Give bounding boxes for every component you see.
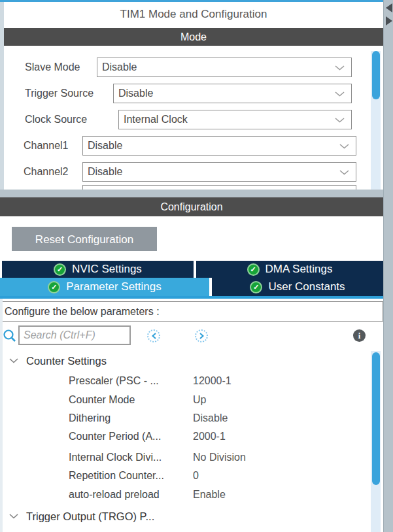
reset-configuration-button[interactable]: Reset Configuration (12, 227, 157, 251)
collapse-left-icon[interactable] (386, 3, 392, 12)
tab-nvic-settings[interactable]: NVIC Settings (2, 261, 194, 278)
chevron-left-icon (152, 333, 156, 339)
clock-source-label: Clock Source (25, 110, 87, 129)
slave-mode-label: Slave Mode (25, 58, 80, 77)
mode-scrollbar-thumb[interactable] (372, 51, 380, 99)
trigger-source-select[interactable]: Disable (113, 84, 352, 103)
chevron-down-icon (335, 65, 345, 71)
tim1-mode-configuration-panel: TIM1 Mode and Configuration Mode Slave M… (0, 0, 393, 532)
channel1-label: Channel1 (24, 136, 69, 156)
section-divider-gap (0, 190, 383, 197)
param-row-clock-division[interactable]: Internal Clock Divi... No Division (0, 448, 366, 467)
param-row-counter-period[interactable]: Counter Period (A... 2000-1 (0, 427, 366, 446)
chevron-down-icon[interactable] (9, 514, 18, 519)
active-tab-underline (0, 296, 383, 299)
configuration-section-header: Configuration (0, 197, 383, 216)
panel-title: TIM1 Mode and Configuration (4, 5, 383, 24)
param-row-counter-mode[interactable]: Counter Mode Up (0, 391, 366, 409)
search-icon (3, 329, 17, 343)
tab-parameter-settings[interactable]: Parameter Settings (0, 278, 209, 296)
next-match-button[interactable] (195, 329, 208, 342)
info-icon[interactable] (353, 329, 366, 342)
channel1-select[interactable]: Disable (82, 136, 356, 156)
check-icon (247, 263, 260, 276)
tab-dma-settings[interactable]: DMA Settings (196, 261, 383, 278)
slave-mode-select[interactable]: Disable (97, 58, 352, 77)
splitter-divider[interactable] (383, 0, 393, 532)
check-icon (48, 281, 60, 293)
tab-user-constants[interactable]: User Constants (212, 278, 383, 296)
clock-source-select[interactable]: Internal Clock (118, 110, 352, 129)
configure-instruction: Configure the below parameters : (1, 301, 383, 322)
chevron-down-icon (339, 144, 349, 149)
chevron-right-icon (199, 333, 204, 339)
check-icon (54, 263, 66, 276)
previous-match-button[interactable] (147, 329, 160, 342)
params-scrollbar-thumb[interactable] (372, 352, 380, 485)
check-icon (250, 281, 262, 293)
chevron-down-icon[interactable] (9, 358, 18, 363)
channel2-select[interactable]: Disable (82, 162, 356, 182)
param-row-dithering[interactable]: Dithering Disable (0, 409, 366, 427)
param-row-repetition-counter[interactable]: Repetition Counter... 0 (0, 467, 366, 485)
top-accent-border (0, 0, 383, 2)
channel3-select-partial[interactable] (82, 185, 356, 190)
chevron-down-icon (339, 170, 349, 175)
channel2-label: Channel2 (24, 162, 69, 182)
chevron-down-icon (335, 91, 345, 97)
search-input[interactable] (18, 325, 131, 345)
section-trigger-output[interactable]: Trigger Output (TRGO) P... (0, 508, 366, 524)
section-counter-settings[interactable]: Counter Settings (0, 353, 366, 369)
collapse-right-icon[interactable] (386, 16, 392, 25)
param-row-auto-reload-preload[interactable]: auto-reload preload Enable (0, 486, 366, 504)
param-row-prescaler[interactable]: Prescaler (PSC - ... 12000-1 (0, 372, 366, 390)
chevron-down-icon (335, 118, 345, 123)
trigger-source-label: Trigger Source (25, 84, 94, 103)
mode-section-header: Mode (4, 28, 383, 46)
